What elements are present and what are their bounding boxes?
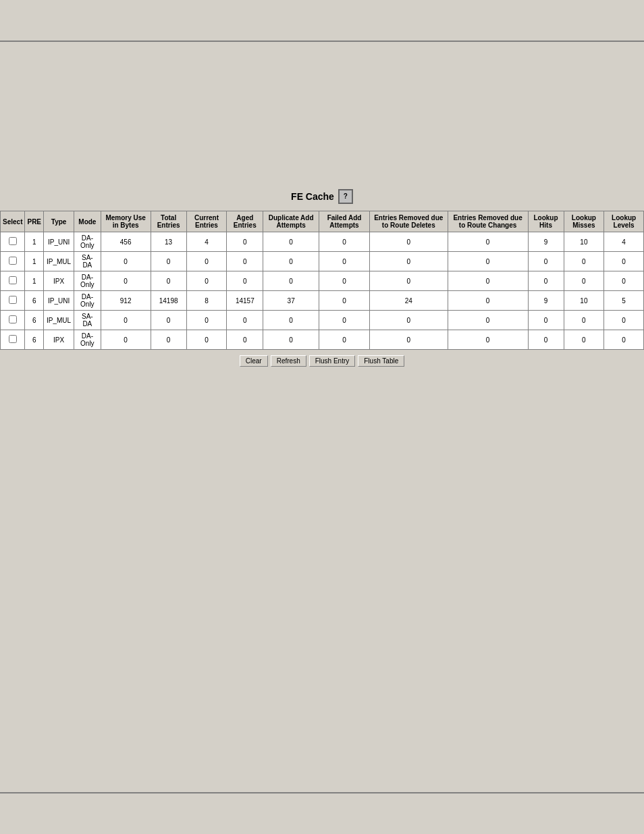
main-content: FE Cache ? Select PRE Type Mode Memory U… [0,0,644,367]
row-checkbox[interactable] [9,276,17,284]
cell-total: 0 [151,330,186,350]
cell-lookup_hits: 0 [528,330,564,350]
top-border [0,41,644,42]
cell-type: IP_UNI [44,291,74,311]
col-header-type: Type [44,211,74,232]
cell-failed_add: 0 [319,232,370,252]
cell-pre: 6 [25,330,44,350]
col-header-aged: Aged Entries [227,211,263,232]
col-header-pre: PRE [25,211,44,232]
table-row: 6IP_UNIDA-Only912141988141573702409105 [1,291,644,311]
cell-lookup_misses: 0 [564,271,604,291]
checkbox-cell[interactable] [1,291,25,311]
table-row: 6IP_MULSA-DA00000000000 [1,311,644,330]
cell-memory: 0 [101,311,151,330]
clear-button[interactable]: Clear [240,355,268,367]
cell-type: IPX [44,330,74,350]
refresh-button[interactable]: Refresh [271,355,306,367]
cell-dup_add: 37 [263,291,319,311]
row-checkbox[interactable] [9,296,17,304]
table-row: 1IP_MULSA-DA00000000000 [1,252,644,271]
cell-failed_add: 0 [319,291,370,311]
cell-total: 0 [151,252,186,271]
cell-failed_add: 0 [319,311,370,330]
button-row: Clear Refresh Flush Entry Flush Table [240,355,404,367]
row-checkbox[interactable] [9,257,17,265]
cell-lookup_misses: 0 [564,311,604,330]
cell-lookup_misses: 10 [564,291,604,311]
cell-removed_deletes: 24 [369,291,448,311]
checkbox-cell[interactable] [1,252,25,271]
col-header-mode: Mode [74,211,101,232]
cell-dup_add: 0 [263,232,319,252]
flush-table-button[interactable]: Flush Table [358,355,404,367]
cell-current: 0 [186,271,227,291]
cell-removed_deletes: 0 [369,252,448,271]
cell-aged: 0 [227,252,263,271]
cell-dup_add: 0 [263,252,319,271]
cell-removed_changes: 0 [448,232,528,252]
cell-pre: 1 [25,232,44,252]
cell-removed_changes: 0 [448,291,528,311]
col-header-removed-deletes: Entries Removed due to Route Deletes [369,211,448,232]
cell-lookup_levels: 4 [604,232,644,252]
cell-aged: 0 [227,232,263,252]
table-row: 1IP_UNIDA-Only456134000009104 [1,232,644,252]
info-icon[interactable]: ? [338,189,353,204]
col-header-failed-add: Failed Add Attempts [319,211,370,232]
cell-lookup_levels: 0 [604,252,644,271]
col-header-memory: Memory Use in Bytes [101,211,151,232]
table-row: 1IPXDA-Only00000000000 [1,271,644,291]
col-header-removed-changes: Entries Removed due to Route Changes [448,211,528,232]
col-header-lookup-levels: Lookup Levels [604,211,644,232]
col-header-select: Select [1,211,25,232]
cell-lookup_levels: 0 [604,271,644,291]
row-checkbox[interactable] [9,315,17,323]
checkbox-cell[interactable] [1,232,25,252]
row-checkbox[interactable] [9,237,17,245]
cell-current: 4 [186,232,227,252]
cell-memory: 0 [101,271,151,291]
cell-mode: DA-Only [74,232,101,252]
fe-cache-table: Select PRE Type Mode Memory Use in Bytes… [0,211,644,350]
cell-removed_changes: 0 [448,252,528,271]
bottom-border [0,792,644,793]
cell-type: IPX [44,271,74,291]
cell-lookup_misses: 0 [564,330,604,350]
cell-current: 0 [186,330,227,350]
cell-current: 0 [186,252,227,271]
cell-pre: 1 [25,252,44,271]
cell-removed_changes: 0 [448,330,528,350]
cell-aged: 0 [227,330,263,350]
cell-pre: 6 [25,311,44,330]
cell-memory: 912 [101,291,151,311]
page-title: FE Cache [291,191,334,202]
checkbox-cell[interactable] [1,330,25,350]
cell-mode: DA-Only [74,330,101,350]
flush-entry-button[interactable]: Flush Entry [309,355,356,367]
col-header-dup-add: Duplicate Add Attempts [263,211,319,232]
cell-current: 0 [186,311,227,330]
cell-lookup_hits: 0 [528,271,564,291]
title-row: FE Cache ? [291,189,353,204]
col-header-current: Current Entries [186,211,227,232]
row-checkbox[interactable] [9,335,17,343]
cell-aged: 0 [227,271,263,291]
cell-removed_deletes: 0 [369,271,448,291]
cell-lookup_hits: 0 [528,252,564,271]
cell-memory: 0 [101,252,151,271]
cell-failed_add: 0 [319,252,370,271]
cell-total: 0 [151,311,186,330]
cell-removed_deletes: 0 [369,232,448,252]
cell-removed_changes: 0 [448,311,528,330]
cell-removed_changes: 0 [448,271,528,291]
cell-dup_add: 0 [263,330,319,350]
cell-mode: SA-DA [74,252,101,271]
cell-lookup_levels: 0 [604,330,644,350]
cell-dup_add: 0 [263,311,319,330]
checkbox-cell[interactable] [1,311,25,330]
checkbox-cell[interactable] [1,271,25,291]
cell-total: 14198 [151,291,186,311]
cell-failed_add: 0 [319,271,370,291]
cell-failed_add: 0 [319,330,370,350]
